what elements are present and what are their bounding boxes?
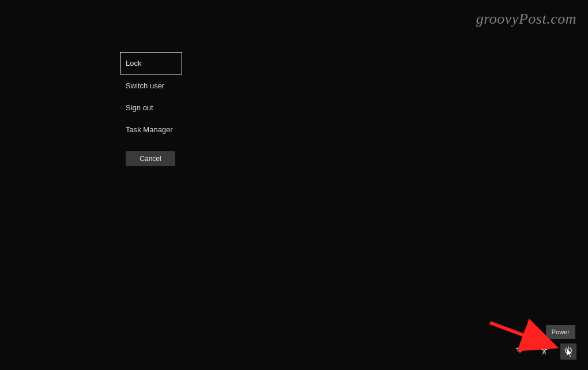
wifi-icon (515, 346, 525, 357)
menu-item-label: Sign out (126, 103, 153, 112)
menu-item-sign-out[interactable]: Sign out (120, 97, 182, 118)
svg-line-3 (490, 323, 552, 346)
watermark-text: groovyPost.com (476, 10, 576, 28)
cancel-button[interactable]: Cancel (126, 151, 175, 166)
svg-point-1 (544, 346, 545, 348)
menu-item-label: Task Manager (126, 125, 173, 134)
power-icon (564, 346, 573, 357)
cancel-button-label: Cancel (140, 155, 161, 163)
menu-item-switch-user[interactable]: Switch user (120, 75, 182, 96)
menu-item-label: Lock (126, 59, 141, 68)
menu-item-label: Switch user (126, 81, 164, 90)
accessibility-icon (540, 346, 549, 357)
bottom-icon-bar (512, 343, 576, 360)
menu-item-lock[interactable]: Lock (120, 52, 182, 74)
wifi-button[interactable] (512, 343, 528, 360)
menu-item-task-manager[interactable]: Task Manager (120, 119, 182, 140)
accessibility-button[interactable] (536, 343, 552, 360)
svg-point-0 (519, 352, 521, 353)
security-options-menu: Lock Switch user Sign out Task Manager (120, 52, 182, 140)
power-tooltip: Power (546, 325, 575, 339)
power-button[interactable] (560, 343, 576, 360)
